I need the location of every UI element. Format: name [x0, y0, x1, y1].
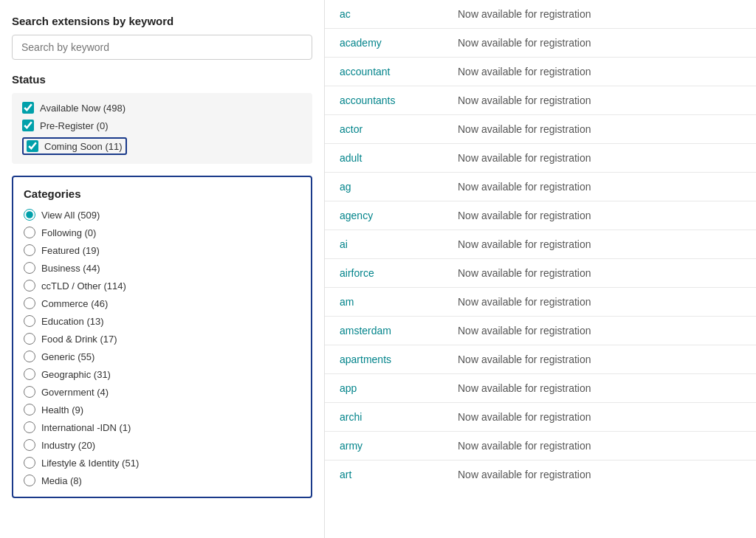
domain-row: accountantNow available for registration	[325, 58, 756, 86]
domain-status: Now available for registration	[458, 210, 591, 221]
search-input[interactable]	[12, 35, 312, 60]
domain-link[interactable]: am	[340, 296, 458, 308]
domain-status: Now available for registration	[458, 469, 591, 480]
radio-label-cctld: ccTLD / Other (114)	[41, 280, 126, 292]
radio-label-media: Media (8)	[41, 475, 82, 486]
domain-link[interactable]: app	[340, 382, 458, 394]
radio-viewall[interactable]	[24, 209, 35, 221]
category-geographic[interactable]: Geographic (31)	[24, 368, 300, 380]
radio-label-featured: Featured (19)	[41, 245, 100, 256]
domain-link[interactable]: art	[340, 469, 458, 480]
domain-link[interactable]: agency	[340, 210, 458, 221]
category-generic[interactable]: Generic (55)	[24, 351, 300, 362]
radio-label-generic: Generic (55)	[41, 351, 94, 362]
domain-status: Now available for registration	[458, 66, 591, 77]
domain-link[interactable]: ai	[340, 238, 458, 250]
domain-link[interactable]: actor	[340, 123, 458, 135]
domain-row: airforceNow available for registration	[325, 259, 756, 288]
category-cctld[interactable]: ccTLD / Other (114)	[24, 280, 300, 292]
radio-label-education: Education (13)	[41, 316, 104, 327]
status-option-preregister[interactable]: Pre-Register (0)	[22, 120, 302, 131]
domain-row: amNow available for registration	[325, 288, 756, 317]
domain-status: Now available for registration	[458, 382, 591, 394]
domain-status: Now available for registration	[458, 296, 591, 308]
radio-label-following: Following (0)	[41, 227, 96, 238]
checkbox-available[interactable]	[22, 102, 34, 114]
radio-following[interactable]	[24, 227, 35, 238]
domain-status: Now available for registration	[458, 354, 591, 365]
domain-status: Now available for registration	[458, 8, 591, 20]
category-government[interactable]: Government (4)	[24, 386, 300, 398]
categories-box: Categories View All (509)Following (0)Fe…	[12, 176, 312, 498]
status-options-container: Available Now (498)Pre-Register (0)Comin…	[12, 93, 312, 164]
radio-label-government: Government (4)	[41, 387, 109, 398]
category-following[interactable]: Following (0)	[24, 227, 300, 238]
radio-internationalidn[interactable]	[24, 421, 35, 433]
domain-link[interactable]: amsterdam	[340, 325, 458, 337]
domain-link[interactable]: apartments	[340, 354, 458, 365]
radio-featured[interactable]	[24, 244, 35, 256]
categories-title: Categories	[24, 187, 300, 200]
domain-link[interactable]: academy	[340, 37, 458, 49]
domain-row: actorNow available for registration	[325, 115, 756, 144]
domain-link[interactable]: ac	[340, 8, 458, 20]
category-commerce[interactable]: Commerce (46)	[24, 297, 300, 309]
radio-health[interactable]	[24, 404, 35, 415]
domain-row: aiNow available for registration	[325, 230, 756, 259]
radio-cctld[interactable]	[24, 280, 35, 292]
category-education[interactable]: Education (13)	[24, 315, 300, 327]
category-internationalidn[interactable]: International -IDN (1)	[24, 421, 300, 433]
category-health[interactable]: Health (9)	[24, 404, 300, 415]
domain-status: Now available for registration	[458, 325, 591, 337]
category-fooddrink[interactable]: Food & Drink (17)	[24, 333, 300, 345]
domain-link[interactable]: ag	[340, 181, 458, 193]
radio-label-business: Business (44)	[41, 263, 100, 274]
category-lifestyle[interactable]: Lifestyle & Identity (51)	[24, 457, 300, 469]
checkbox-label-comingsoon: Coming Soon (11)	[44, 141, 123, 152]
domain-status: Now available for registration	[458, 181, 591, 193]
domain-link[interactable]: accountants	[340, 94, 458, 106]
domain-link[interactable]: accountant	[340, 66, 458, 77]
domain-row: agNow available for registration	[325, 173, 756, 201]
radio-education[interactable]	[24, 315, 35, 327]
radio-lifestyle[interactable]	[24, 457, 35, 469]
radio-label-commerce: Commerce (46)	[41, 298, 108, 309]
status-option-available[interactable]: Available Now (498)	[22, 102, 302, 114]
domain-row: acNow available for registration	[325, 0, 756, 29]
domain-link[interactable]: adult	[340, 152, 458, 164]
category-industry[interactable]: Industry (20)	[24, 439, 300, 451]
checkbox-comingsoon[interactable]	[27, 140, 38, 152]
right-panel: acNow available for registrationacademyN…	[325, 0, 756, 538]
category-viewall[interactable]: View All (509)	[24, 209, 300, 221]
domain-link[interactable]: airforce	[340, 267, 458, 279]
domain-row: apartmentsNow available for registration	[325, 345, 756, 374]
domain-status: Now available for registration	[458, 123, 591, 135]
domain-link[interactable]: army	[340, 440, 458, 452]
radio-generic[interactable]	[24, 351, 35, 362]
checkbox-preregister[interactable]	[22, 120, 34, 131]
category-featured[interactable]: Featured (19)	[24, 244, 300, 256]
radio-media[interactable]	[24, 475, 35, 486]
domain-status: Now available for registration	[458, 440, 591, 452]
radio-industry[interactable]	[24, 439, 35, 451]
radio-geographic[interactable]	[24, 368, 35, 380]
radio-label-geographic: Geographic (31)	[41, 369, 111, 380]
radio-business[interactable]	[24, 262, 35, 274]
domain-row: adultNow available for registration	[325, 144, 756, 173]
checkbox-label-available: Available Now (498)	[40, 103, 126, 114]
radio-fooddrink[interactable]	[24, 333, 35, 345]
domain-row: agencyNow available for registration	[325, 201, 756, 230]
category-media[interactable]: Media (8)	[24, 475, 300, 486]
domain-status: Now available for registration	[458, 238, 591, 250]
status-section: Status Available Now (498)Pre-Register (…	[12, 73, 312, 164]
domain-status: Now available for registration	[458, 411, 591, 423]
radio-commerce[interactable]	[24, 297, 35, 309]
domain-row: academyNow available for registration	[325, 29, 756, 58]
category-business[interactable]: Business (44)	[24, 262, 300, 274]
domain-link[interactable]: archi	[340, 411, 458, 423]
radio-government[interactable]	[24, 386, 35, 398]
status-option-comingsoon[interactable]: Coming Soon (11)	[22, 137, 302, 155]
domain-status: Now available for registration	[458, 267, 591, 279]
domain-row: accountantsNow available for registratio…	[325, 86, 756, 115]
domain-row: appNow available for registration	[325, 374, 756, 403]
